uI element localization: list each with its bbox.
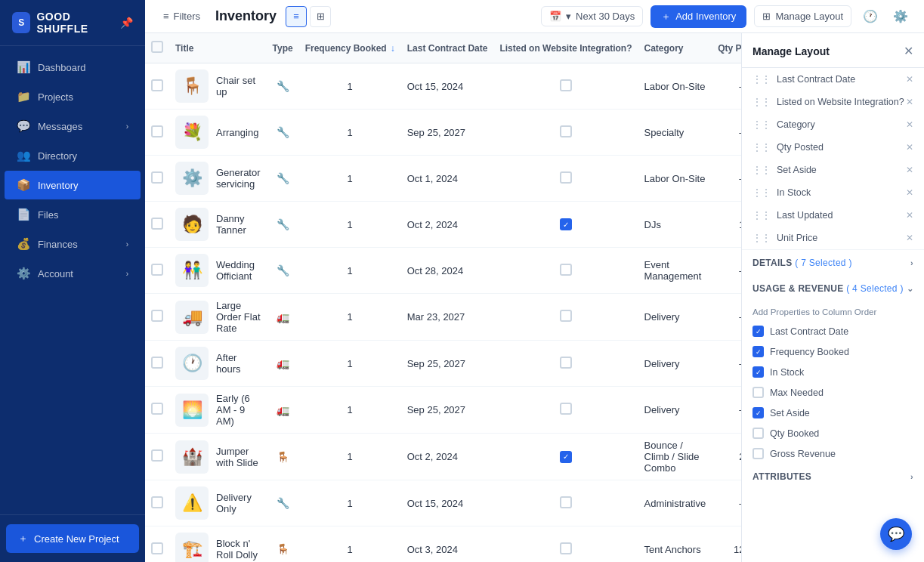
prop-checkbox-unchecked[interactable]: [752, 387, 764, 398]
row-checkbox[interactable]: [151, 496, 163, 508]
item-name[interactable]: Wedding Officiant: [216, 259, 261, 282]
listed-unchecked[interactable]: [560, 357, 572, 369]
drag-handle-category[interactable]: ⋮⋮: [752, 119, 771, 130]
listed-unchecked[interactable]: [560, 171, 572, 184]
sidebar-item-files[interactable]: 📄 Files: [5, 200, 141, 229]
prop-checkbox-checked[interactable]: ✓: [752, 366, 764, 378]
item-thumbnail: 🌅: [175, 394, 209, 427]
filters-button[interactable]: ≡ Filters: [157, 8, 206, 25]
header-last-contract[interactable]: Last Contract Date: [401, 33, 494, 63]
item-name[interactable]: Chair set up: [216, 75, 261, 97]
row-checkbox[interactable]: [151, 125, 163, 137]
header-listed[interactable]: Listed on Website Integration?: [493, 33, 638, 63]
listed-unchecked[interactable]: [560, 125, 572, 137]
header-category[interactable]: Category: [638, 33, 712, 63]
property-row-frequency_booked[interactable]: ✓Frequency Booked: [742, 341, 924, 362]
property-row-in_stock[interactable]: ✓In Stock: [742, 362, 924, 382]
create-project-button[interactable]: ＋ Create New Project: [6, 524, 139, 553]
row-checkbox[interactable]: [151, 310, 163, 322]
listed-unchecked[interactable]: [560, 403, 572, 415]
listed-unchecked[interactable]: [560, 79, 572, 91]
property-row-last_contract_date[interactable]: ✓Last Contract Date: [742, 321, 924, 341]
header-frequency[interactable]: Frequency Booked ↓: [299, 33, 401, 63]
remove-field-listed[interactable]: ✕: [906, 97, 913, 107]
details-section-header[interactable]: DETAILS ( 7 Selected ) ›: [742, 250, 924, 276]
header-title[interactable]: Title: [169, 33, 267, 63]
row-checkbox[interactable]: [151, 218, 163, 230]
prop-checkbox-unchecked[interactable]: [752, 448, 764, 459]
add-inventory-button[interactable]: ＋ Add Inventory: [651, 5, 746, 28]
usage-section-header[interactable]: USAGE & REVENUE ( 4 Selected ) ⌄: [742, 276, 924, 301]
prop-checkbox-checked[interactable]: ✓: [752, 346, 764, 357]
listed-unchecked[interactable]: [560, 496, 572, 508]
sidebar-item-projects[interactable]: 📁 Projects: [5, 82, 141, 111]
row-checkbox[interactable]: [151, 79, 163, 91]
list-view-button[interactable]: ≡: [286, 6, 307, 27]
sidebar-item-dashboard[interactable]: 📊 Dashboard: [5, 53, 141, 82]
sidebar-item-messages[interactable]: 💬 Messages ›: [5, 112, 141, 140]
prop-checkbox-unchecked[interactable]: [752, 428, 764, 439]
property-row-set_aside[interactable]: ✓Set Aside: [742, 403, 924, 423]
item-name[interactable]: After hours: [216, 352, 261, 375]
prop-checkbox-checked[interactable]: ✓: [752, 326, 764, 337]
header-qty-posted[interactable]: Qty Posted: [712, 33, 741, 63]
attributes-section-header[interactable]: ATTRIBUTES ›: [742, 464, 924, 489]
property-row-max_needed[interactable]: Max Needed: [742, 382, 924, 403]
row-checkbox[interactable]: [151, 264, 163, 276]
item-name[interactable]: Jumper with Slide: [216, 446, 261, 468]
manage-layout-button[interactable]: ⊞ Manage Layout: [754, 5, 851, 27]
date-selector[interactable]: 📅 ▾ Next 30 Days: [541, 6, 643, 26]
close-panel-button[interactable]: ✕: [904, 44, 913, 58]
prop-checkbox-checked[interactable]: ✓: [752, 407, 764, 418]
sidebar-item-account[interactable]: ⚙️ Account ›: [5, 259, 141, 288]
chat-button[interactable]: 💬: [880, 518, 912, 550]
row-checkbox[interactable]: [151, 357, 163, 369]
row-checkbox[interactable]: [151, 542, 163, 554]
item-name[interactable]: Arranging: [216, 127, 258, 138]
pin-icon[interactable]: 📌: [120, 17, 133, 29]
listed-checked[interactable]: ✓: [560, 451, 572, 463]
drag-handle-set-aside[interactable]: ⋮⋮: [752, 165, 771, 175]
row-contract-cell: Sep 25, 2027: [401, 387, 494, 434]
drag-handle-in-stock[interactable]: ⋮⋮: [752, 187, 771, 198]
item-name[interactable]: Block n' Roll Dolly: [216, 538, 261, 560]
row-contract-cell: Sep 25, 2027: [401, 110, 494, 156]
select-all-checkbox[interactable]: [151, 41, 163, 53]
listed-unchecked[interactable]: [560, 542, 572, 554]
remove-field-qty-posted[interactable]: ✕: [906, 142, 913, 153]
remove-field-category[interactable]: ✕: [906, 119, 913, 130]
drag-handle-last-updated[interactable]: ⋮⋮: [752, 210, 771, 221]
listed-checked[interactable]: ✓: [560, 218, 572, 230]
drag-handle-listed[interactable]: ⋮⋮: [752, 97, 771, 107]
item-name[interactable]: Early (6 AM - 9 AM): [216, 393, 261, 427]
sidebar-item-finances[interactable]: 💰 Finances ›: [5, 230, 141, 258]
sidebar-item-inventory[interactable]: 📦 Inventory: [5, 171, 141, 199]
drag-handle-unit-price[interactable]: ⋮⋮: [752, 233, 771, 243]
listed-unchecked[interactable]: [560, 310, 572, 322]
property-row-qty_booked[interactable]: Qty Booked: [742, 423, 924, 443]
remove-field-last-updated[interactable]: ✕: [906, 210, 913, 221]
remove-field-last-contract[interactable]: ✕: [906, 74, 913, 85]
history-button[interactable]: 🕐: [859, 5, 882, 28]
item-name[interactable]: Large Order Flat Rate: [216, 300, 261, 334]
settings-button[interactable]: ⚙️: [889, 5, 912, 28]
drag-handle-qty-posted[interactable]: ⋮⋮: [752, 142, 771, 153]
item-name[interactable]: Delivery Only: [216, 492, 261, 514]
item-name[interactable]: Generator servicing: [216, 167, 261, 190]
remove-field-unit-price[interactable]: ✕: [906, 233, 913, 243]
header-type[interactable]: Type: [267, 33, 299, 63]
remove-field-in-stock[interactable]: ✕: [906, 187, 913, 198]
listed-unchecked[interactable]: [560, 264, 572, 276]
property-row-gross_revenue[interactable]: Gross Revenue: [742, 443, 924, 464]
row-checkbox[interactable]: [151, 449, 163, 462]
row-title-cell: 🚚 Large Order Flat Rate: [169, 294, 267, 341]
row-contract-cell: Oct 15, 2024: [401, 480, 494, 526]
row-checkbox[interactable]: [151, 403, 163, 415]
drag-handle-last-contract[interactable]: ⋮⋮: [752, 74, 771, 85]
sidebar-label-projects: Projects: [38, 91, 73, 103]
row-checkbox[interactable]: [151, 171, 163, 184]
sidebar-item-directory[interactable]: 👥 Directory: [5, 141, 141, 170]
grid-view-button[interactable]: ⊞: [310, 6, 331, 27]
remove-field-set-aside[interactable]: ✕: [906, 165, 913, 175]
item-name[interactable]: Danny Tanner: [216, 213, 261, 236]
